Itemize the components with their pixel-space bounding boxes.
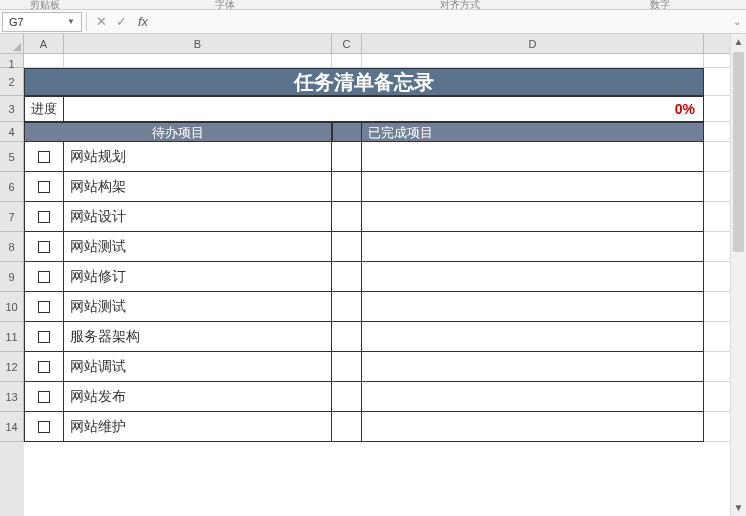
progress-label-cell[interactable]: 进度 — [24, 96, 64, 122]
checkbox-icon[interactable] — [38, 301, 50, 313]
todo-text-cell[interactable]: 网站修订 — [64, 262, 332, 292]
chevron-down-icon: ▼ — [67, 17, 75, 26]
done-text-cell[interactable] — [362, 352, 704, 382]
checkbox-icon[interactable] — [38, 181, 50, 193]
scroll-up-icon[interactable]: ▲ — [731, 34, 746, 50]
vertical-scrollbar[interactable]: ▲ ▼ — [730, 34, 746, 516]
scroll-thumb[interactable] — [733, 52, 744, 252]
done-text-cell[interactable] — [362, 232, 704, 262]
todo-checkbox-cell[interactable] — [24, 142, 64, 172]
todo-text-cell[interactable]: 网站维护 — [64, 412, 332, 442]
done-text-cell[interactable] — [362, 292, 704, 322]
checkbox-icon[interactable] — [38, 211, 50, 223]
row-headers-column: 1 2 3 4 5 6 7 8 9 10 11 12 13 14 — [0, 34, 24, 516]
confirm-formula-button[interactable]: ✓ — [111, 12, 131, 32]
column-header[interactable]: D — [362, 34, 704, 54]
done-checkbox-cell[interactable] — [332, 322, 362, 352]
done-checkbox-cell[interactable] — [332, 232, 362, 262]
done-checkbox-cell[interactable] — [332, 382, 362, 412]
done-text-cell[interactable] — [362, 322, 704, 352]
grid-row: 任务清单备忘录 — [24, 68, 746, 96]
done-text-cell[interactable] — [362, 202, 704, 232]
checkbox-icon[interactable] — [38, 271, 50, 283]
row-header[interactable]: 8 — [0, 232, 24, 262]
done-checkbox-cell[interactable] — [332, 292, 362, 322]
done-text-cell[interactable] — [362, 382, 704, 412]
todo-checkbox-cell[interactable] — [24, 322, 64, 352]
row-header[interactable]: 5 — [0, 142, 24, 172]
column-header[interactable]: A — [24, 34, 64, 54]
todo-text-cell[interactable]: 网站规划 — [64, 142, 332, 172]
todo-checkbox-cell[interactable] — [24, 292, 64, 322]
done-checkbox-cell[interactable] — [332, 262, 362, 292]
todo-text-cell[interactable]: 网站调试 — [64, 352, 332, 382]
todo-checkbox-cell[interactable] — [24, 202, 64, 232]
todo-checkbox-cell[interactable] — [24, 172, 64, 202]
insert-function-button[interactable]: fx — [131, 12, 151, 32]
expand-formula-bar-button[interactable]: ⌄ — [728, 16, 746, 27]
todo-rows-container: 网站规划网站构架网站设计网站测试网站修订网站测试服务器架构网站调试网站发布网站维… — [24, 142, 746, 442]
row-header[interactable]: 6 — [0, 172, 24, 202]
done-checkbox-cell[interactable] — [332, 142, 362, 172]
row-header[interactable]: 2 — [0, 68, 24, 96]
todo-checkbox-cell[interactable] — [24, 382, 64, 412]
grid-row: 网站发布 — [24, 382, 746, 412]
todo-text-cell[interactable]: 网站测试 — [64, 232, 332, 262]
todo-checkbox-cell[interactable] — [24, 262, 64, 292]
row-header[interactable]: 11 — [0, 322, 24, 352]
grid-body[interactable]: A B C D E 任务清单备忘录 进度 0% 待办项目 — [24, 34, 746, 516]
row-header[interactable]: 12 — [0, 352, 24, 382]
todo-text-cell[interactable]: 网站设计 — [64, 202, 332, 232]
todo-text-cell[interactable]: 服务器架构 — [64, 322, 332, 352]
row-header[interactable]: 14 — [0, 412, 24, 442]
row-header[interactable]: 3 — [0, 96, 24, 122]
header-done[interactable]: 已完成项目 — [362, 122, 704, 142]
row-header[interactable]: 10 — [0, 292, 24, 322]
todo-text-cell[interactable]: 网站发布 — [64, 382, 332, 412]
done-text-cell[interactable] — [362, 262, 704, 292]
header-done-check[interactable] — [332, 122, 362, 142]
todo-text-cell[interactable]: 网站测试 — [64, 292, 332, 322]
grid-row: 网站维护 — [24, 412, 746, 442]
done-checkbox-cell[interactable] — [332, 202, 362, 232]
header-todo[interactable]: 待办项目 — [24, 122, 332, 142]
done-checkbox-cell[interactable] — [332, 352, 362, 382]
row-header[interactable]: 1 — [0, 54, 24, 68]
grid-row: 网站设计 — [24, 202, 746, 232]
todo-checkbox-cell[interactable] — [24, 412, 64, 442]
checkbox-icon[interactable] — [38, 391, 50, 403]
checkbox-icon[interactable] — [38, 331, 50, 343]
checkbox-icon[interactable] — [38, 151, 50, 163]
cell[interactable] — [362, 54, 704, 68]
grid-row: 网站修订 — [24, 262, 746, 292]
row-header[interactable]: 4 — [0, 122, 24, 142]
title-cell[interactable]: 任务清单备忘录 — [24, 68, 704, 96]
done-text-cell[interactable] — [362, 172, 704, 202]
row-header[interactable]: 9 — [0, 262, 24, 292]
done-text-cell[interactable] — [362, 412, 704, 442]
row-header[interactable]: 7 — [0, 202, 24, 232]
checkbox-icon[interactable] — [38, 241, 50, 253]
todo-checkbox-cell[interactable] — [24, 352, 64, 382]
row-header[interactable]: 13 — [0, 382, 24, 412]
ribbon-group-clipboard: 剪贴板 — [30, 0, 60, 12]
done-text-cell[interactable] — [362, 142, 704, 172]
cancel-formula-button[interactable]: ✕ — [91, 12, 111, 32]
done-checkbox-cell[interactable] — [332, 172, 362, 202]
checkbox-icon[interactable] — [38, 421, 50, 433]
name-box[interactable]: G7 ▼ — [2, 12, 82, 32]
column-header[interactable]: C — [332, 34, 362, 54]
cell[interactable] — [24, 54, 64, 68]
progress-value-cell[interactable]: 0% — [64, 96, 704, 122]
cell[interactable] — [332, 54, 362, 68]
grid-row: 网站测试 — [24, 292, 746, 322]
cell[interactable] — [64, 54, 332, 68]
todo-text-cell[interactable]: 网站构架 — [64, 172, 332, 202]
formula-input[interactable] — [155, 12, 728, 32]
todo-checkbox-cell[interactable] — [24, 232, 64, 262]
done-checkbox-cell[interactable] — [332, 412, 362, 442]
checkbox-icon[interactable] — [38, 361, 50, 373]
scroll-down-icon[interactable]: ▼ — [731, 500, 746, 516]
column-header[interactable]: B — [64, 34, 332, 54]
select-all-corner[interactable] — [0, 34, 24, 54]
